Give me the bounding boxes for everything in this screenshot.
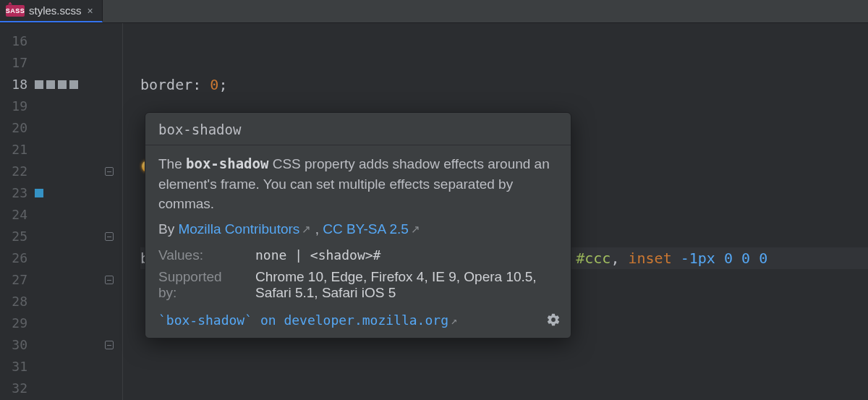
gutter-line: 28 [0,291,122,312]
change-marker-icon [35,80,43,89]
gutter-line: 32 [0,378,122,399]
code-line: border: 0; [140,74,868,95]
gutter-line: 18 [0,74,122,95]
gutter-line: 31 [0,356,122,378]
gutter-line: 20 [0,117,122,139]
change-marker-icon [69,80,78,89]
editor-tab-bar: SASS styles.scss × [0,0,868,23]
sass-file-icon: SASS [6,5,25,17]
change-markers [32,80,115,89]
gear-icon [546,312,561,327]
mozilla-contributors-link[interactable]: Mozilla Contributors↗ [178,221,311,237]
gutter-line: 16 [0,30,122,52]
external-link-icon: ↗ [451,314,457,327]
gutter-line: 29 [0,312,122,334]
doc-values-label: Values: [158,247,238,263]
gutter-line: 23 [0,182,122,204]
doc-popup-description: The box-shadow CSS property adds shadow … [145,145,571,217]
fold-toggle-icon[interactable] [105,276,114,284]
breakpoint-marker-icon[interactable] [35,189,43,197]
gutter-line: 21 [0,139,122,161]
gutter-line: 30 [0,334,122,356]
fold-toggle-icon[interactable] [105,341,114,349]
change-marker-icon [46,80,55,89]
fold-toggle-icon[interactable] [105,167,114,176]
change-marker-icon [58,80,67,89]
mdn-link[interactable]: `box-shadow` on developer.mozilla.org↗ [158,312,457,328]
gutter-line: 19 [0,95,122,117]
file-tab-label: styles.scss [29,4,82,17]
file-tab-styles-scss[interactable]: SASS styles.scss × [0,0,103,22]
gutter-line: 17 [0,52,122,74]
doc-settings-button[interactable] [546,312,561,327]
doc-popup-attribution: By Mozilla Contributors↗ , CC BY-SA 2.5↗ [145,217,571,244]
gutter-line: 26 [0,247,122,269]
gutter-line: 22 [0,161,122,182]
close-tab-button[interactable]: × [86,5,95,17]
quick-doc-popup: box-shadow The box-shadow CSS property a… [145,112,571,339]
external-link-icon: ↗ [302,223,311,235]
doc-supported-value: Chrome 10, Edge, Firefox 4, IE 9, Opera … [255,269,558,301]
editor-gutter: 16 17 18 19 20 21 22 23 24 25 26 27 28 2… [0,23,123,400]
gutter-line: 25 [0,226,122,247]
doc-values-row: Values: none | <shadow># [145,244,571,266]
doc-popup-title: box-shadow [145,113,571,145]
external-link-icon: ↗ [411,223,420,235]
doc-supported-label: Supported by: [158,269,238,301]
fold-toggle-icon[interactable] [105,232,114,241]
doc-supported-row: Supported by: Chrome 10, Edge, Firefox 4… [145,266,571,304]
license-link[interactable]: CC BY-SA 2.5↗ [323,221,420,237]
doc-values-value: none | <shadow># [255,247,558,263]
gutter-line: 27 [0,269,122,291]
gutter-line: 24 [0,204,122,226]
